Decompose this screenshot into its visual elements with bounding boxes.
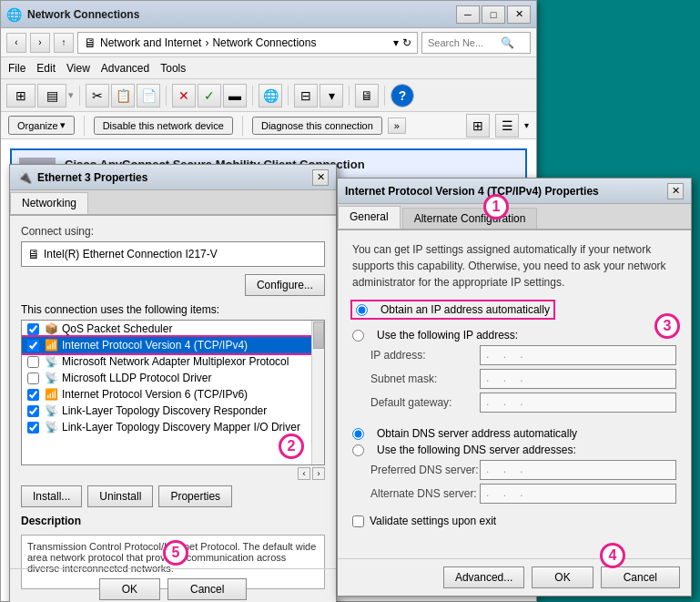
diagnose-button[interactable]: Diagnose this connection xyxy=(252,117,382,135)
step-3-label: 3 xyxy=(664,318,672,334)
ipv4-title-bar: Internet Protocol Version 4 (TCP/IPv4) P… xyxy=(338,179,691,204)
networking-tab[interactable]: Networking xyxy=(10,192,88,214)
ipv6-checkbox[interactable] xyxy=(27,389,39,401)
qos-checkbox[interactable] xyxy=(27,323,39,335)
more-button[interactable]: » xyxy=(388,117,406,134)
ipv4-close-button[interactable]: ✕ xyxy=(667,183,684,199)
alternate-config-tab[interactable]: Alternate Configuration xyxy=(402,208,538,229)
eth-cancel-button[interactable]: Cancel xyxy=(167,578,247,600)
scrollbar-thumb xyxy=(313,321,324,349)
install-button[interactable]: Install... xyxy=(21,485,82,507)
mapper-icon: 📡 xyxy=(45,421,58,434)
delete-button[interactable]: ✕ xyxy=(172,84,196,107)
responder-checkbox[interactable] xyxy=(27,405,39,417)
ip-address-row: IP address: . . . xyxy=(352,345,676,365)
items-label: This connection uses the following items… xyxy=(21,303,325,316)
paste-button[interactable]: 📄 xyxy=(137,84,160,107)
layout3-button[interactable]: ▾ xyxy=(320,84,343,107)
list-item-lldp[interactable]: 📡 Microsoft LLDP Protocol Driver xyxy=(22,370,324,386)
menu-advanced[interactable]: Advanced xyxy=(101,62,149,75)
view-icon-button[interactable]: ⊞ xyxy=(6,84,36,107)
scroll-left-button[interactable]: ‹ xyxy=(298,467,310,480)
list-item-ipv6[interactable]: 📶 Internet Protocol Version 6 (TCP/IPv6) xyxy=(22,386,324,403)
advanced-button[interactable]: Advanced... xyxy=(443,566,524,588)
uninstall-button[interactable]: Uninstall xyxy=(87,485,153,507)
close-button[interactable]: ✕ xyxy=(507,5,531,24)
list-item-multiplexor[interactable]: 📡 Microsoft Network Adapter Multiplexor … xyxy=(22,353,324,370)
obtain-dns-auto-row[interactable]: Obtain DNS server address automatically xyxy=(352,427,676,440)
list-item-ipv4[interactable]: 📶 Internet Protocol Version 4 (TCP/IPv4) xyxy=(22,337,324,353)
back-button[interactable]: ‹ xyxy=(6,33,26,53)
breadcrumb: 🖥 Network and Internet › Network Connect… xyxy=(77,32,418,54)
breadcrumb-dropdown[interactable]: ▾ xyxy=(393,36,399,49)
title-bar-controls: ─ □ ✕ xyxy=(456,5,531,24)
disable-button[interactable]: Disable this network device xyxy=(94,117,233,135)
eth-dialog-title-bar: 🔌 Ethernet 3 Properties ✕ xyxy=(10,165,336,190)
help-button[interactable]: ? xyxy=(391,84,414,107)
layout2-button[interactable]: ⊟ xyxy=(294,84,318,107)
general-tab[interactable]: General xyxy=(338,206,401,229)
section-divider xyxy=(352,416,676,427)
mapper-checkbox[interactable] xyxy=(27,422,39,434)
use-following-dns-row[interactable]: Use the following DNS server addresses: xyxy=(352,444,676,456)
connect-using-label: Connect using: xyxy=(21,225,325,238)
title-bar: 🌐 Network Connections ─ □ ✕ xyxy=(1,1,536,28)
search-input[interactable] xyxy=(428,37,501,48)
separator-org xyxy=(84,116,85,136)
eth-ok-button[interactable]: OK xyxy=(99,578,160,600)
qos-icon: 📦 xyxy=(45,322,58,335)
sort-arrow-icon: ▾ xyxy=(524,120,529,130)
sort-button[interactable]: ☰ xyxy=(495,114,519,138)
configure-button[interactable]: Configure... xyxy=(245,274,325,296)
layout-button[interactable]: ▤ xyxy=(37,84,66,107)
properties-icon-button[interactable]: ▬ xyxy=(223,84,247,107)
disable-label: Disable this network device xyxy=(103,120,224,131)
forward-button[interactable]: › xyxy=(30,33,50,53)
lldp-checkbox[interactable] xyxy=(27,372,39,384)
window-title: Network Connections xyxy=(27,8,456,21)
obtain-auto-row[interactable]: Obtain an IP address automatically xyxy=(352,301,553,318)
obtain-dns-auto-radio[interactable] xyxy=(352,428,364,440)
maximize-button[interactable]: □ xyxy=(482,5,505,24)
use-following-ip-radio[interactable] xyxy=(352,330,364,342)
step-1-label: 1 xyxy=(492,199,501,215)
list-item-discovery-responder[interactable]: 📡 Link-Layer Topology Discovery Responde… xyxy=(22,403,324,419)
cut-button[interactable]: ✂ xyxy=(86,84,109,107)
list-item-discovery-mapper[interactable]: 📡 Link-Layer Topology Discovery Mapper I… xyxy=(22,419,324,435)
monitor-button[interactable]: 🖥 xyxy=(355,84,379,107)
gateway-row: Default gateway: . . . xyxy=(352,393,676,413)
breadcrumb-icon: 🖥 xyxy=(84,36,96,50)
menu-view[interactable]: View xyxy=(66,62,90,75)
menu-edit[interactable]: Edit xyxy=(36,62,56,75)
obtain-auto-radio[interactable] xyxy=(356,304,368,316)
menu-tools[interactable]: Tools xyxy=(160,62,186,75)
validate-checkbox[interactable] xyxy=(352,515,364,527)
desc-label: Description xyxy=(21,515,325,527)
ipv4-ok-button[interactable]: OK xyxy=(532,566,593,588)
use-following-dns-radio[interactable] xyxy=(352,444,364,456)
checkmark-button[interactable]: ✓ xyxy=(198,84,221,107)
multiplexor-checkbox[interactable] xyxy=(27,356,39,368)
step-2-circle: 2 xyxy=(279,434,304,459)
menu-file[interactable]: File xyxy=(8,62,25,75)
separator-2 xyxy=(166,86,167,106)
list-scrollbar[interactable] xyxy=(311,321,324,464)
ipv4-cancel-button[interactable]: Cancel xyxy=(601,566,680,588)
network-icon-button[interactable]: 🌐 xyxy=(259,84,282,107)
scroll-right-button[interactable]: › xyxy=(312,467,325,480)
ipv6-label: Internet Protocol Version 6 (TCP/IPv6) xyxy=(62,388,248,401)
ipv4-checkbox[interactable] xyxy=(27,340,39,352)
minimize-button[interactable]: ─ xyxy=(456,5,480,24)
gateway-label: Default gateway: xyxy=(370,396,480,409)
eth-dialog-close-button[interactable]: ✕ xyxy=(312,169,329,186)
properties-button[interactable]: Properties xyxy=(158,485,232,507)
refresh-button[interactable]: ↻ xyxy=(402,36,411,49)
up-button[interactable]: ↑ xyxy=(54,33,74,53)
copy-button[interactable]: 📋 xyxy=(111,84,135,107)
separator-5 xyxy=(349,86,350,106)
use-following-ip-row[interactable]: Use the following IP address: xyxy=(352,329,676,342)
search-box[interactable]: 🔍 xyxy=(421,32,531,54)
organize-button[interactable]: Organize ▾ xyxy=(8,116,75,135)
pane-button[interactable]: ⊞ xyxy=(466,114,490,138)
list-item-qos[interactable]: 📦 QoS Packet Scheduler xyxy=(22,321,324,337)
